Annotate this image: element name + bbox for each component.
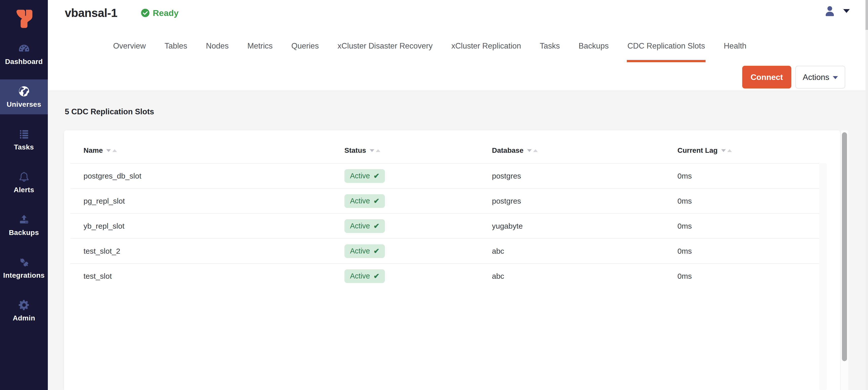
slot-lag-cell: 0ms	[675, 172, 819, 180]
sort-carets-icon[interactable]	[370, 149, 380, 152]
list-icon	[18, 128, 30, 140]
check-icon: ✔	[374, 197, 379, 205]
window-scrollbar[interactable]	[865, 0, 868, 390]
replication-slots-card: Name Status Database Current Lag	[64, 130, 840, 390]
main-content: 5 CDC Replication Slots Name Status Data…	[48, 91, 865, 390]
slot-name-cell: test_slot_2	[70, 247, 342, 255]
slot-status-cell: Active ✔	[342, 244, 490, 258]
sidebar-item[interactable]: Universes	[0, 79, 48, 114]
tab[interactable]: Queries	[291, 32, 319, 62]
gear-icon	[18, 299, 30, 311]
check-circle-icon	[141, 8, 150, 18]
status-badge-label: Active	[350, 247, 370, 255]
connect-button[interactable]: Connect	[742, 66, 791, 89]
tab[interactable]: xCluster Replication	[451, 32, 522, 62]
tab[interactable]: Overview	[113, 32, 146, 62]
slot-lag-cell: 0ms	[675, 197, 819, 205]
yugabyte-logo-icon	[12, 5, 36, 32]
bell-icon	[18, 171, 30, 183]
tab[interactable]: xCluster Disaster Recovery	[337, 32, 433, 62]
slot-name-cell: yb_repl_slot	[70, 222, 342, 230]
user-menu[interactable]	[824, 5, 850, 17]
plug-icon	[18, 256, 30, 268]
sidebar-item[interactable]: Dashboard	[0, 37, 48, 72]
slot-database-cell: postgres	[490, 197, 675, 205]
tab[interactable]: Tasks	[539, 32, 560, 62]
sidebar-item-label: Admin	[13, 314, 35, 322]
title-row: vbansal-1 Ready	[48, 0, 865, 22]
sidebar: Dashboard Universes Tasks Alerts Backups	[0, 0, 48, 390]
column-header-name[interactable]: Name	[70, 147, 342, 155]
column-header-current-lag[interactable]: Current Lag	[675, 147, 819, 155]
table-row[interactable]: postgres_db_slot Active ✔ postgres 0ms	[70, 163, 819, 188]
table-body: postgres_db_slot Active ✔ postgres 0ms p…	[70, 163, 819, 288]
sidebar-item-label: Alerts	[14, 186, 34, 194]
column-label: Database	[492, 147, 524, 155]
sidebar-item[interactable]: Alerts	[0, 165, 48, 200]
check-icon: ✔	[374, 172, 379, 180]
status-badge-label: Active	[350, 272, 370, 280]
actions-caret-icon	[833, 76, 838, 79]
table-scrollbar-track[interactable]	[819, 163, 827, 390]
column-label: Name	[84, 147, 103, 155]
sidebar-item[interactable]: Integrations	[0, 250, 48, 285]
tab[interactable]: Backups	[578, 32, 609, 62]
universe-tabs: Overview Tables Nodes Metrics Queries xC…	[113, 32, 747, 62]
tab[interactable]: Metrics	[247, 32, 273, 62]
tab[interactable]: CDC Replication Slots	[627, 32, 706, 62]
slot-name-cell: test_slot	[70, 272, 342, 281]
globe-icon	[18, 86, 30, 97]
tab[interactable]: Health	[723, 32, 747, 62]
table-row[interactable]: test_slot_2 Active ✔ abc 0ms	[70, 238, 819, 263]
sidebar-item[interactable]: Admin	[0, 293, 48, 328]
slot-status-cell: Active ✔	[342, 169, 490, 183]
sidebar-item[interactable]: Backups	[0, 208, 48, 242]
slot-database-cell: yugabyte	[490, 222, 675, 230]
sort-carets-icon[interactable]	[106, 149, 117, 152]
status-badge: Active ✔	[344, 194, 385, 208]
card-scrollbar-thumb[interactable]	[842, 132, 847, 361]
actions-button[interactable]: Actions	[795, 66, 845, 89]
status-badge-label: Active	[350, 172, 370, 180]
slot-database-cell: abc	[490, 272, 675, 281]
gauge-icon	[18, 43, 30, 54]
sidebar-item-label: Universes	[7, 100, 41, 108]
universe-status: Ready	[141, 8, 179, 18]
table-row[interactable]: yb_repl_slot Active ✔ yugabyte 0ms	[70, 213, 819, 238]
slot-status-cell: Active ✔	[342, 269, 490, 283]
replication-slots-table: Name Status Database Current Lag	[70, 138, 819, 288]
page-title: vbansal-1	[65, 6, 117, 20]
slot-database-cell: postgres	[490, 172, 675, 180]
table-row[interactable]: test_slot Active ✔ abc 0ms	[70, 263, 819, 288]
window-scrollbar-thumb[interactable]	[865, 0, 868, 30]
upload-icon	[18, 214, 30, 225]
sidebar-nav: Dashboard Universes Tasks Alerts Backups	[0, 37, 48, 328]
slot-lag-cell: 0ms	[675, 222, 819, 230]
actions-button-label: Actions	[803, 73, 829, 82]
sort-carets-icon[interactable]	[721, 149, 732, 152]
check-icon: ✔	[374, 247, 379, 255]
tab[interactable]: Nodes	[206, 32, 229, 62]
sidebar-item-label: Dashboard	[5, 58, 43, 66]
card-scrollbar[interactable]	[841, 130, 848, 390]
slot-lag-cell: 0ms	[675, 272, 819, 281]
table-header-row: Name Status Database Current Lag	[70, 138, 819, 163]
table-row[interactable]: pg_repl_slot Active ✔ postgres 0ms	[70, 188, 819, 213]
status-badge: Active ✔	[344, 269, 385, 283]
slot-database-cell: abc	[490, 247, 675, 255]
status-badge: Active ✔	[344, 244, 385, 258]
status-label: Ready	[153, 8, 179, 18]
header-actions: Connect Actions	[742, 66, 845, 89]
check-icon: ✔	[374, 272, 379, 280]
sort-carets-icon[interactable]	[527, 149, 538, 152]
sidebar-item-label: Tasks	[14, 143, 34, 151]
tab[interactable]: Tables	[164, 32, 188, 62]
slot-name-cell: pg_repl_slot	[70, 197, 342, 205]
status-badge-label: Active	[350, 222, 370, 230]
yugabyte-logo[interactable]	[0, 0, 48, 37]
column-header-status[interactable]: Status	[342, 147, 490, 155]
sidebar-item[interactable]: Tasks	[0, 122, 48, 157]
column-header-database[interactable]: Database	[490, 147, 675, 155]
sidebar-item-label: Integrations	[3, 271, 45, 280]
column-label: Current Lag	[677, 147, 718, 155]
